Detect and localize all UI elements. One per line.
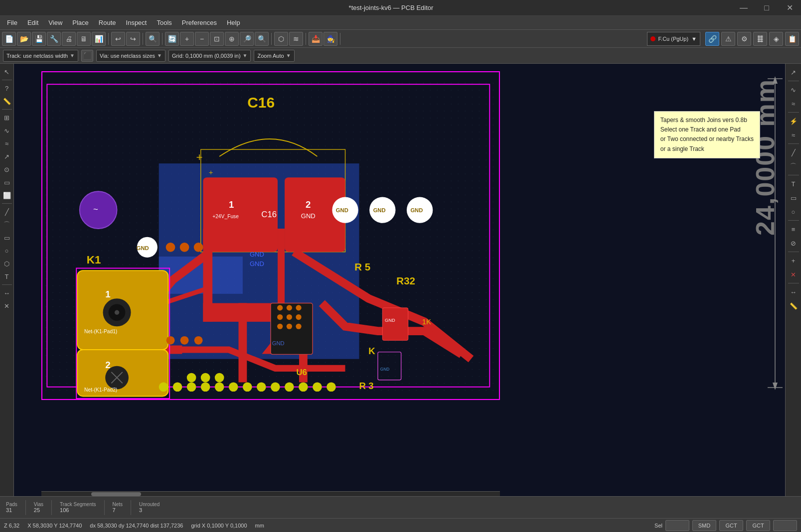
redo-button[interactable]: ↪ [126,32,140,46]
zoom-center-button[interactable]: ⊕ [225,32,239,46]
add-zone-tool[interactable]: ▭ [1,176,13,188]
via-size-selector[interactable]: Via: use netclass sizes ▼ [96,50,165,62]
svg-text:GND: GND [380,367,390,372]
route-interactive-button[interactable]: ∿ [787,83,800,96]
menu-inspect[interactable]: Inspect [121,17,152,28]
add-rule-area-tool[interactable]: ⬜ [1,189,13,201]
tune-length-button[interactable]: ⚡ [787,115,800,128]
grid-dropdown-arrow: ▼ [243,53,248,58]
menu-route[interactable]: Route [94,17,121,28]
board-setup-button[interactable]: ⚙ [737,32,751,46]
add-text-tool[interactable]: T [1,270,13,282]
highlight-net-button[interactable]: ↗ [787,66,800,79]
maximize-button[interactable]: □ [755,0,778,16]
unrouted-status: Unrouted 3 [139,502,160,513]
route-track-tool[interactable]: ∿ [1,125,13,136]
local-ratsnest-button[interactable]: ≋ [289,32,303,46]
3d-viewer-button[interactable]: ◈ [769,32,783,46]
draw-circle-tool[interactable]: ○ [1,245,13,257]
zoom-selector[interactable]: Zoom Auto ▼ [254,50,294,62]
add-footprint-tool[interactable]: ⊞ [1,112,13,124]
bottombar: Z 6,32 X 58,3030 Y 124,7740 dx 58,3030 d… [0,518,801,532]
svg-point-37 [180,243,189,252]
print-setup-button[interactable]: 🖨 [62,32,76,46]
layer-selector[interactable]: F.Cu (PgUp) ▼ [647,32,700,46]
add-dimension-tool[interactable]: ↔ [1,287,13,299]
filter-btn5[interactable] [773,520,797,531]
draw-rect-tool[interactable]: ▭ [1,232,13,244]
inspect-tool[interactable]: ? [1,82,13,94]
zoom-fit-button[interactable]: ⊡ [210,32,224,46]
tapers-joins-button[interactable]: 🔗 [705,32,719,46]
grid-selector[interactable]: Grid: 0,1000 mm (0,0039 in) ▼ [168,50,251,62]
zoom-out-button[interactable]: − [195,32,209,46]
zoom-in-button[interactable]: + [180,32,194,46]
menu-preferences[interactable]: Preferences [177,17,222,28]
fanout-tool[interactable]: ↗ [1,150,13,162]
menu-file[interactable]: File [2,17,22,28]
svg-point-56 [296,314,301,320]
svg-text:GND: GND [250,251,264,258]
filter-btn2[interactable]: SMD [692,520,716,531]
minimize-button[interactable]: — [732,0,755,16]
remove-copper-button[interactable]: ⊘ [787,237,800,250]
horizontal-scrollbar[interactable] [41,491,500,496]
router-settings-button[interactable]: 🛤 [753,32,767,46]
plot-button[interactable]: 📊 [92,32,106,46]
print-button[interactable]: 🖥 [77,32,91,46]
menu-tools[interactable]: Tools [152,17,176,28]
footprint-wizard-button[interactable]: 🧙 [323,32,337,46]
ruler-button[interactable]: 📏 [787,299,800,312]
svg-text:Net-(K1-Pad2): Net-(K1-Pad2) [84,387,117,393]
new-button[interactable]: 📄 [2,32,16,46]
pcb-canvas[interactable]: C16 + + 1 +24V_Fuse C16 2 GND [41,71,500,400]
add-rect-button[interactable]: ▭ [787,191,800,204]
tune-skew-button[interactable]: ≈ [787,129,800,141]
add-circle-button[interactable]: ○ [787,205,800,218]
close-button[interactable]: ✕ [778,0,801,16]
measure-button[interactable]: ↔ [787,285,800,298]
draw-polygon-tool[interactable]: ⬡ [1,258,13,269]
filter-btn4[interactable]: GCT [746,520,770,531]
draw-arc-tool[interactable]: ⌒ [1,219,13,231]
add-via-tool[interactable]: ⊙ [1,163,13,175]
measure-tool[interactable]: 📏 [1,95,13,107]
refresh-button[interactable]: 🔄 [165,32,179,46]
svg-point-74 [271,382,280,392]
menu-edit[interactable]: Edit [22,17,43,28]
filter-btn3[interactable]: GCT [719,520,743,531]
draw-arc-button[interactable]: ⌒ [787,160,800,173]
svg-point-64 [201,373,210,383]
draw-line-tool[interactable]: ╱ [1,206,13,218]
draw-line-button[interactable]: ╱ [787,146,800,159]
canvas-area[interactable]: C16 + + 1 +24V_Fuse C16 2 GND [14,64,785,496]
select-tool[interactable]: ↖ [1,66,13,78]
search-button[interactable]: 🔍 [146,32,160,46]
gerber-button[interactable]: 🔧 [47,32,61,46]
open-button[interactable]: 📂 [17,32,31,46]
flood-fill-button[interactable]: ≡ [787,223,800,236]
menu-help[interactable]: Help [222,17,245,28]
zoom-prev-button[interactable]: 🔍 [255,32,269,46]
zoom-window-button[interactable]: 🔎 [240,32,254,46]
import-button[interactable]: 📥 [309,32,322,46]
svg-point-68 [187,382,196,392]
delete-button[interactable]: ✕ [787,268,800,281]
net-highlight-button[interactable]: ⬡ [274,32,288,46]
interactive-router-button[interactable]: ⬛ [81,50,93,62]
menu-view[interactable]: View [43,17,67,28]
add-footprint-button[interactable]: + [787,254,800,267]
route-diff-tool[interactable]: ≈ [1,137,13,149]
undo-button[interactable]: ↩ [111,32,125,46]
track-width-selector[interactable]: Track: use netclass width ▼ [3,50,78,62]
route-diff-pair-button[interactable]: ≈ [787,97,800,110]
netinspector-button[interactable]: 📋 [785,32,799,46]
menu-place[interactable]: Place [67,17,94,28]
sel-label: Sel [654,523,662,529]
delete-tool[interactable]: ✕ [1,300,13,312]
add-text-button[interactable]: T [787,177,800,190]
save-button[interactable]: 💾 [32,32,46,46]
scrollbar-thumb[interactable] [91,492,141,496]
filter-btn1[interactable] [665,520,689,531]
drc-button[interactable]: ⚠ [721,32,735,46]
